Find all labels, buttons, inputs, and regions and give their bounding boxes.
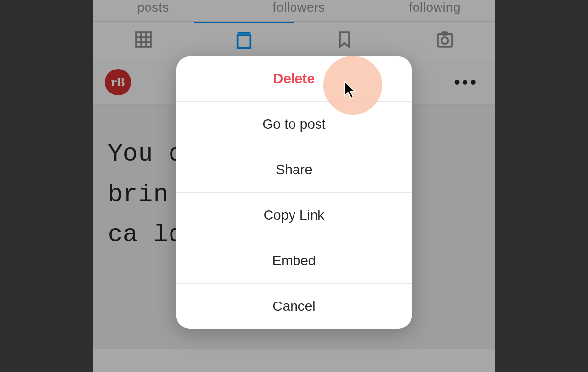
profile-screen: posts followers following rB [93, 0, 495, 372]
action-go-to-post[interactable]: Go to post [176, 102, 412, 147]
action-copy-link[interactable]: Copy Link [176, 193, 412, 238]
action-cancel[interactable]: Cancel [176, 284, 412, 329]
action-share[interactable]: Share [176, 147, 412, 193]
action-delete[interactable]: Delete [176, 56, 412, 102]
action-sheet: Delete Go to post Share Copy Link Embed … [176, 56, 412, 329]
action-embed[interactable]: Embed [176, 238, 412, 284]
